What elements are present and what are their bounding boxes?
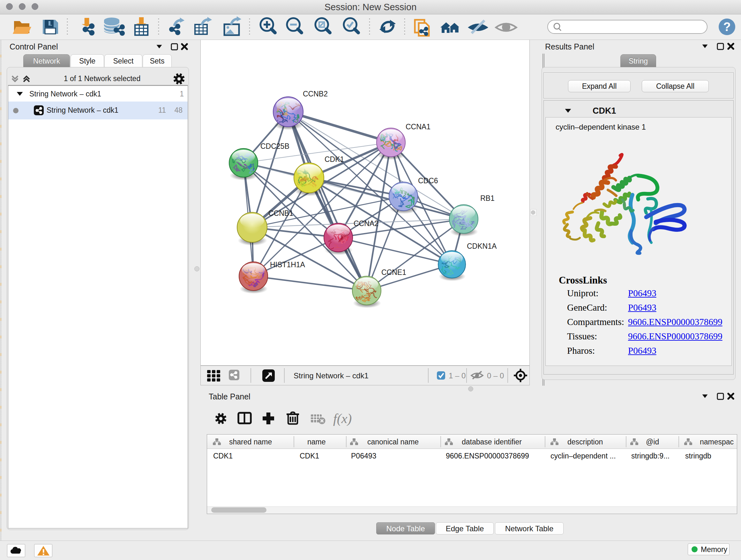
svg-text:1 – 0: 1 – 0 (449, 371, 466, 380)
svg-text:@id: @id (646, 438, 659, 446)
svg-text:CDKN1A: CDKN1A (467, 242, 497, 250)
svg-text:f(x): f(x) (333, 411, 352, 426)
svg-text:CDC6: CDC6 (418, 177, 438, 185)
svg-text:String Network – cdk1: String Network – cdk1 (293, 371, 368, 380)
svg-text:namespac: namespac (700, 438, 734, 446)
svg-text:?: ? (723, 20, 731, 34)
svg-text:database identifier: database identifier (462, 438, 522, 446)
svg-text:canonical name: canonical name (367, 438, 419, 446)
svg-text:CCNA2: CCNA2 (354, 219, 379, 228)
svg-text:CCNB2: CCNB2 (303, 90, 328, 98)
svg-text:CCNB1: CCNB1 (268, 209, 293, 217)
svg-text:RB1: RB1 (480, 194, 495, 202)
svg-text:CDC25B: CDC25B (260, 142, 289, 150)
svg-text:HIST1H1A: HIST1H1A (270, 260, 306, 269)
svg-text:CCNA1: CCNA1 (406, 123, 430, 131)
svg-text:0 – 0: 0 – 0 (487, 371, 504, 380)
svg-text:CCNE1: CCNE1 (381, 268, 406, 276)
svg-text:name: name (307, 438, 326, 446)
svg-text:shared name: shared name (229, 438, 272, 446)
svg-text:CDK1: CDK1 (325, 155, 344, 164)
svg-text:description: description (567, 438, 603, 446)
